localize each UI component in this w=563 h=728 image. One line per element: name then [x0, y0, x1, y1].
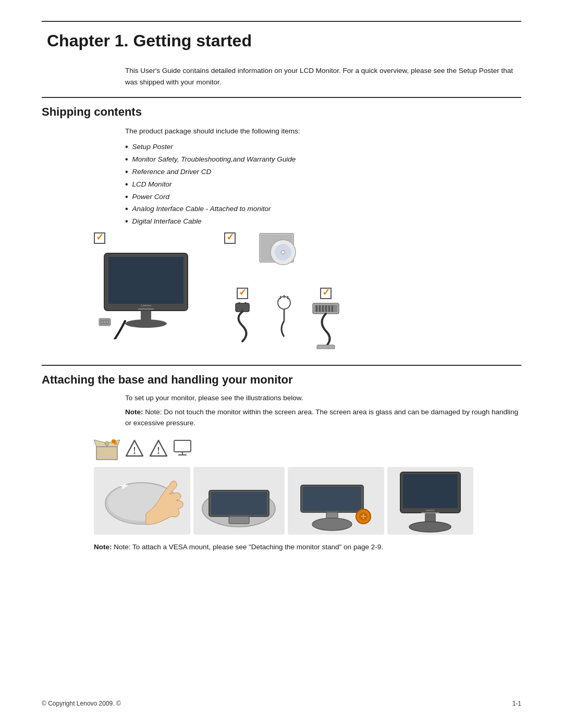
shipping-body-intro: The product package should include the f…: [125, 126, 521, 137]
svg-rect-34: [332, 305, 333, 312]
svg-rect-31: [322, 305, 324, 312]
svg-text:!: !: [157, 446, 160, 456]
page-footer: © Copyright Lenovo 2009. © 1-1: [42, 700, 521, 707]
list-item-1: Monitor Safety, Troubleshooting,and Warr…: [125, 154, 521, 165]
power-cord-item: [224, 288, 261, 349]
right-illustrations: [224, 232, 344, 349]
step3-base-svg: [288, 467, 384, 535]
svg-rect-59: [229, 516, 249, 524]
shipping-illustrations: Lenovo: [94, 232, 521, 349]
svg-rect-58: [211, 492, 267, 515]
attaching-note2: Note: Note: To attach a VESA mount, plea…: [94, 542, 521, 553]
page-container: Chapter 1. Getting started This User's G…: [0, 0, 563, 728]
svg-rect-29: [316, 305, 317, 312]
right-bottom-row: [224, 288, 344, 349]
attaching-note: Note: Note: Do not touch the monitor wit…: [125, 407, 521, 429]
svg-rect-62: [303, 487, 361, 511]
svg-text:Lenovo: Lenovo: [426, 509, 435, 512]
attaching-section-title: Attaching the base and handling your mon…: [42, 373, 521, 387]
monitor-checkbox: [94, 232, 105, 244]
digital-cable-svg: [308, 302, 344, 349]
svg-rect-35: [317, 345, 335, 349]
warning-triangle-2-icon: !: [149, 439, 168, 458]
svg-rect-3: [138, 309, 154, 310]
svg-point-10: [104, 322, 105, 323]
monitor-illustration-container: Lenovo: [94, 232, 209, 339]
svg-point-64: [312, 518, 352, 530]
analog-plug-item: [271, 295, 297, 342]
svg-rect-36: [96, 447, 117, 460]
setup-illustrations: ! !: [94, 437, 521, 553]
digital-cable-checkbox: [320, 288, 332, 299]
list-item-2: Reference and Driver CD: [125, 167, 521, 178]
list-item-4: Power Cord: [125, 192, 521, 203]
svg-point-75: [409, 522, 451, 532]
attaching-section-body: To set up your monitor, please see the i…: [125, 394, 521, 429]
list-item-0: Setup Poster: [125, 142, 521, 153]
cd-checkbox: [224, 232, 236, 244]
step4-assembled-svg: Lenovo: [387, 467, 473, 535]
warning-icons-row: ! !: [94, 437, 521, 461]
list-item-3: LCD Monitor: [125, 179, 521, 190]
svg-point-9: [102, 322, 103, 323]
attaching-body-intro: To set up your monitor, please see the i…: [125, 394, 521, 402]
svg-text:Lenovo: Lenovo: [141, 304, 151, 307]
copyright-text: © Copyright Lenovo 2009. ©: [42, 700, 121, 707]
svg-rect-71: [403, 474, 458, 508]
svg-rect-33: [328, 305, 330, 312]
svg-rect-73: [421, 512, 439, 513]
svg-point-5: [125, 319, 167, 328]
svg-point-22: [278, 297, 290, 309]
digital-cable-item: [308, 288, 344, 349]
cd-svg: [244, 232, 296, 279]
svg-point-17: [282, 251, 284, 253]
chapter-title: Chapter 1. Getting started: [47, 31, 521, 51]
top-rule: [42, 21, 521, 22]
svg-point-21: [241, 309, 243, 311]
list-item-6: Digital Interface Cable: [125, 216, 521, 227]
warning-triangle-1-icon: !: [125, 439, 144, 458]
monitor-svg: Lenovo: [94, 248, 198, 339]
step1-hand-svg: [94, 467, 190, 535]
page-number: 1-1: [512, 700, 521, 707]
analog-plug-svg: [271, 295, 297, 342]
monitor-small-icon: [173, 439, 192, 458]
section-rule-2: [42, 365, 521, 366]
svg-marker-38: [94, 440, 107, 447]
svg-rect-46: [174, 440, 191, 452]
box-icon: [94, 437, 120, 461]
list-item-5: Analog Interface Cable - Attached to mon…: [125, 204, 521, 215]
power-cord-svg: [224, 302, 261, 349]
svg-rect-30: [319, 305, 321, 312]
section-rule-1: [42, 97, 521, 98]
shipping-items-list: Setup Poster Monitor Safety, Troubleshoo…: [125, 142, 521, 227]
svg-text:!: !: [133, 446, 136, 456]
power-cord-checkbox: [237, 288, 248, 299]
intro-paragraph: This User's Guide contains detailed info…: [125, 65, 521, 88]
right-top-row: [224, 232, 344, 279]
shipping-section-title: Shipping contents: [42, 105, 521, 119]
svg-rect-32: [325, 305, 327, 312]
step2-panel-svg: [193, 467, 285, 535]
shipping-section-body: The product package should include the f…: [125, 126, 521, 227]
svg-point-41: [114, 442, 117, 445]
setup-steps-row: Lenovo: [94, 467, 521, 535]
svg-rect-1: [108, 257, 183, 304]
svg-point-11: [107, 322, 108, 323]
